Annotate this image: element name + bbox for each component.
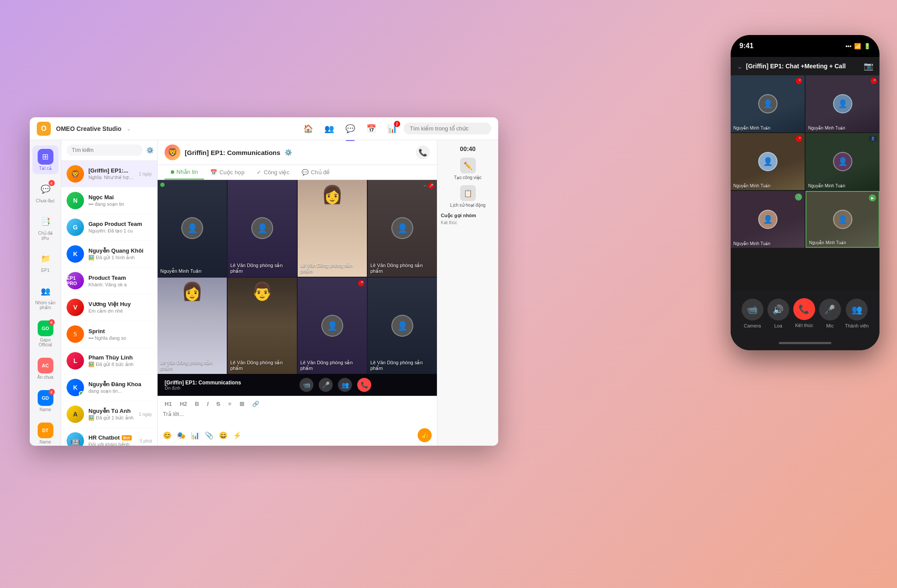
participant-name: Nguyễn Minh Tuấn <box>733 183 802 188</box>
chat-name: Product Team <box>88 275 152 281</box>
video-cell: 👤 Lê Văn Dũng phòng sản phẩm <box>228 180 297 277</box>
send-button[interactable]: 👍 <box>418 428 432 442</box>
expand-icon[interactable]: ⤢ <box>429 183 433 189</box>
chat-item[interactable]: K Nguyễn Đăng Khoa đang soạn tin... <box>61 374 157 401</box>
extra-icon[interactable]: ⚡ <box>233 431 242 440</box>
chat-main-avatar: 🦁 <box>165 144 180 160</box>
grid-button[interactable]: ⊞ <box>238 400 246 408</box>
sticker-icon[interactable]: 🎭 <box>177 431 186 440</box>
end-call-button[interactable]: 📞 <box>793 298 815 320</box>
beta-icon[interactable]: 📊 β <box>386 123 398 135</box>
person-avatar: 👤 <box>321 315 343 337</box>
wifi-icon: 📶 <box>854 43 861 49</box>
call-title-display: [Griffin] EP1: Communications Ổn định <box>165 380 241 391</box>
video-toggle-button[interactable]: 📹 <box>299 378 313 392</box>
participant-name: Nguyễn Minh Tuấn <box>809 240 876 245</box>
chat-item[interactable]: L Pham Thùy Linh 🖼️ Đã gửi 8 bức ảnh <box>61 348 157 374</box>
chat-icon[interactable]: 💬 <box>344 123 356 135</box>
sidebar-item-subtopic[interactable]: 📑 Chủ đề phụ <box>32 210 59 244</box>
avatar <box>67 325 84 343</box>
tab-cuoc-hop[interactable]: 📅 Cuộc họp <box>204 165 250 180</box>
tab-nhan-tin[interactable]: Nhắn tin <box>165 165 204 180</box>
tab-chu-de[interactable]: 💬 Chủ đề <box>295 165 336 180</box>
chat-item[interactable]: N Ngọc Mai ••• đang soạn tin <box>61 187 157 214</box>
activity-history-button[interactable]: 📋 Lịch sử hoạt động <box>441 185 495 208</box>
activity-history-icon: 📋 <box>460 185 476 201</box>
phone-camera-icon[interactable]: 📷 <box>864 61 873 71</box>
sidebar-item-gd[interactable]: GD 2 Name <box>32 387 59 415</box>
call-timer: 00:40 <box>441 145 495 152</box>
chat-item[interactable]: 🦁 [Griffin] EP1:... Nghĩa: Như thế hợp l… <box>61 161 157 187</box>
chat-item[interactable]: K Nguyễn Quang Khôi 🖼️ Đã gửi 1 hình ảnh <box>61 241 157 268</box>
minimize-icon[interactable]: − <box>423 183 426 189</box>
italic-button[interactable]: I <box>205 400 211 408</box>
sidebar-item-unread[interactable]: 💬 8 Chưa đọc <box>32 178 59 207</box>
settings-gear-icon[interactable]: ⚙️ <box>285 149 292 156</box>
sidebar-item-gapo[interactable]: GO 6 Gapo Official <box>32 317 59 351</box>
link-button[interactable]: 🔗 <box>250 400 261 408</box>
avatar: G <box>67 218 84 236</box>
end-call-button[interactable]: 📞 <box>357 378 371 392</box>
emoji2-icon[interactable]: 😄 <box>219 431 228 440</box>
chat-preview: Khánh: Vâng ok a <box>88 282 152 287</box>
top-nav: O OMEO Creative Studio ⌄ 🏠 👥 💬 📅 📊 β <box>30 117 498 140</box>
phone-status-icons: ▪▪▪ 📶 🔋 <box>845 43 871 49</box>
mic-button[interactable]: 🎤 <box>819 299 841 320</box>
sidebar-item-dt[interactable]: DT Name <box>32 419 59 446</box>
strikethrough-button[interactable]: S <box>215 400 222 408</box>
chat-item[interactable]: A Nguyễn Tú Anh 🖼️ Đã gửi 1 bức ảnh 1 ng… <box>61 401 157 428</box>
h1-button[interactable]: H1 <box>163 400 174 408</box>
chat-item[interactable]: EP1 PRO Product Team Khánh: Vâng ok a <box>61 268 157 294</box>
mic-toggle-button[interactable]: 🎤 <box>319 378 333 392</box>
chart-icon[interactable]: 📊 <box>191 431 200 440</box>
mic-off-badge: 🎤 <box>796 78 802 84</box>
chat-item[interactable]: V Vương Việt Huy Em cảm ơn nhé <box>61 294 157 321</box>
bold-button[interactable]: B <box>193 400 201 408</box>
speaker-button[interactable]: 🔊 <box>767 299 789 320</box>
mic-off-badge: 🎤 <box>796 136 802 142</box>
sidebar-item-ep1[interactable]: 📁 EP1 <box>32 247 59 276</box>
home-icon[interactable]: 🏠 <box>302 123 314 135</box>
participant-name: Lê Văn Dũng phòng sản phẩm <box>160 360 224 371</box>
chat-name: Ngọc Mai <box>88 194 152 201</box>
settings-icon[interactable]: ⚙️ <box>146 147 154 154</box>
chat-preview: đang soạn tin... <box>88 388 152 394</box>
bullets-button[interactable]: ≡ <box>226 400 233 408</box>
mic-off-badge: 🎤 <box>871 78 877 84</box>
chat-list: 🦁 [Griffin] EP1:... Nghĩa: Như thế hợp l… <box>61 161 157 446</box>
phone-back-icon[interactable]: ⌄ <box>737 62 742 70</box>
participant-name: Lê Văn Dũng phòng sản phẩm <box>300 360 364 371</box>
avatar: 🤖 <box>67 432 84 446</box>
call-button[interactable]: 📞 <box>416 145 430 159</box>
chat-preview: Nguyên: Đã tạo 1 cu <box>88 228 152 234</box>
all-icon: ⊞ <box>38 149 53 165</box>
phone-video-cell: 👤 👤 Nguyễn Minh Tuấn <box>806 133 879 190</box>
calendar-icon[interactable]: 📅 <box>365 123 377 135</box>
chat-preview: ••• Nghĩa đang so <box>88 335 152 341</box>
camera-button[interactable]: 📹 <box>742 299 763 320</box>
chat-preview: ••• đang soạn tin <box>88 201 152 207</box>
chat-item[interactable]: Sprint ••• Nghĩa đang so <box>61 321 157 348</box>
sidebar-item-an-chua[interactable]: AC Ăn chưa <box>32 354 59 383</box>
call-group-info: Cuộc gọi nhóm Kết thúc <box>441 213 495 225</box>
chat-item[interactable]: G Gapo Product Team Nguyên: Đã tạo 1 cu <box>61 214 157 241</box>
create-task-button[interactable]: ✏️ Tạo công việc <box>441 158 495 180</box>
phone-video-grid: 🎤 👤 Nguyễn Minh Tuấn 🎤 👤 Nguyễn Minh Tuấ… <box>731 75 879 291</box>
chat-search-input[interactable] <box>67 144 143 156</box>
org-search-input[interactable] <box>404 123 491 134</box>
h2-button[interactable]: H2 <box>178 400 189 408</box>
end-call-control: 📞 Kết thúc <box>793 298 815 328</box>
sidebar-item-all[interactable]: ⊞ Tất cả <box>32 145 59 174</box>
chat-info: Ngọc Mai ••• đang soạn tin <box>88 194 152 207</box>
team-icon[interactable]: 👥 <box>323 123 335 135</box>
emoji-icon[interactable]: 😊 <box>163 431 172 440</box>
sidebar-item-product-group[interactable]: 👥 Nhóm sản phẩm <box>32 280 59 313</box>
chat-input[interactable] <box>163 411 432 424</box>
attachment-icon[interactable]: 📎 <box>205 431 214 440</box>
chat-item[interactable]: 🤖 HR Chatbot Bot Đối với khám bệnh, chữa… <box>61 428 157 446</box>
speaker-label: Loa <box>774 323 782 328</box>
add-participant-button[interactable]: 👥 <box>338 378 352 392</box>
tab-cong-viec[interactable]: ✓ Công việc <box>250 165 295 180</box>
members-button[interactable]: 👥 <box>846 299 868 320</box>
chat-name: Sprint <box>88 328 152 334</box>
